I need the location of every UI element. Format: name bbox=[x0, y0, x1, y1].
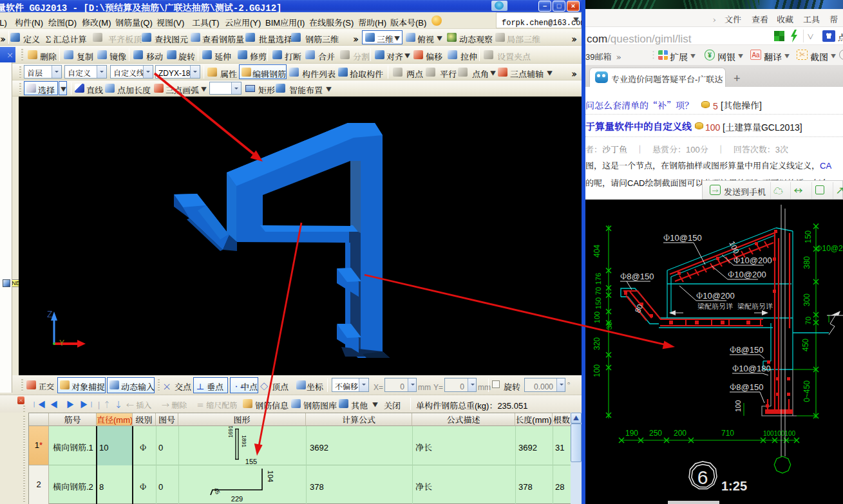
svg-text:Φ10@20: Φ10@20 bbox=[816, 242, 843, 253]
svg-text:1891: 1891 bbox=[241, 435, 249, 447]
svg-text:Φ10@200: Φ10@200 bbox=[734, 254, 772, 266]
svg-text:100: 100 bbox=[591, 364, 601, 377]
svg-text:100: 100 bbox=[591, 312, 601, 323]
svg-text:6: 6 bbox=[697, 467, 708, 488]
svg-text:150: 150 bbox=[802, 230, 813, 243]
svg-text:320: 320 bbox=[591, 337, 601, 350]
svg-text:70: 70 bbox=[802, 317, 813, 324]
svg-text:200: 200 bbox=[674, 427, 687, 438]
svg-text:100100100: 100100100 bbox=[763, 428, 795, 438]
svg-text:Φ10@200: Φ10@200 bbox=[696, 289, 735, 301]
svg-text:Φ8@150: Φ8@150 bbox=[730, 343, 763, 355]
svg-text:176: 176 bbox=[592, 273, 603, 285]
svg-text:Y: Y bbox=[59, 339, 64, 348]
svg-text:229: 229 bbox=[231, 493, 243, 503]
svg-text:450: 450 bbox=[799, 339, 810, 351]
svg-text:Φ10@200: Φ10@200 bbox=[728, 268, 766, 280]
svg-text:Φ8@150: Φ8@150 bbox=[730, 380, 763, 393]
svg-text:100: 100 bbox=[732, 400, 743, 412]
svg-text:梁配筋另详: 梁配筋另详 bbox=[737, 301, 773, 311]
svg-text:150: 150 bbox=[592, 297, 603, 309]
svg-text:190: 190 bbox=[625, 427, 638, 438]
svg-text:104: 104 bbox=[266, 471, 276, 482]
svg-text:1691: 1691 bbox=[226, 426, 234, 438]
svg-text:45: 45 bbox=[212, 486, 222, 496]
svg-text:404: 404 bbox=[591, 245, 601, 257]
svg-text:710: 710 bbox=[721, 427, 734, 438]
svg-text:1:25: 1:25 bbox=[721, 479, 747, 493]
svg-text:250: 250 bbox=[649, 427, 662, 438]
svg-text:梁配筋另详: 梁配筋另详 bbox=[697, 301, 733, 311]
svg-text:Φ10@180: Φ10@180 bbox=[732, 362, 771, 374]
svg-text:155: 155 bbox=[245, 456, 257, 466]
svg-text:300: 300 bbox=[800, 294, 811, 306]
svg-text:30: 30 bbox=[603, 322, 614, 330]
svg-text:0~450: 0~450 bbox=[800, 380, 811, 402]
svg-text:380: 380 bbox=[800, 256, 811, 269]
svg-text:70: 70 bbox=[592, 287, 603, 295]
svg-text:Z: Z bbox=[47, 309, 53, 319]
svg-text:Φ10@150: Φ10@150 bbox=[663, 231, 702, 243]
svg-text:Φ8@150: Φ8@150 bbox=[620, 270, 654, 282]
